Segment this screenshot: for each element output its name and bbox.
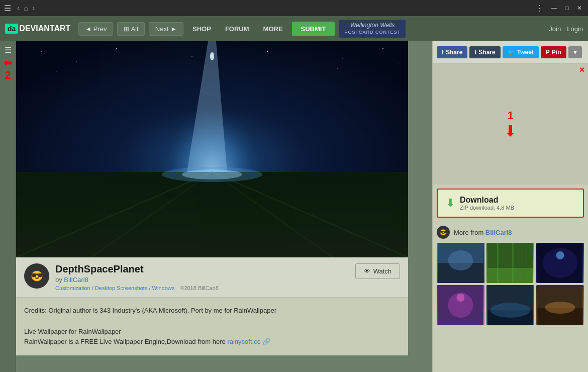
svg-point-4 [191,56,192,57]
shop-link[interactable]: SHOP [187,23,216,35]
svg-point-34 [457,294,465,302]
download-button[interactable]: ⬇ Download ZIP download, 4.8 MB [437,189,584,218]
ad-close-button[interactable]: ✕ [579,66,585,74]
artwork-details: DepthSpacePlanet by BillCarl8 Customizat… [55,263,219,291]
more-from-section: 😎 More from BillCarl8 [433,222,588,329]
twitter-icon: 🐦 [508,49,515,56]
right-panel: f Share t Share 🐦 Tweet P Pin ▼ ✕ 1 ⬇ [432,41,588,372]
annotation-1-arrow: ⬇ [504,122,517,140]
svg-point-37 [491,303,531,318]
social-share: f Share t Share 🐦 Tweet P Pin ▼ [433,41,588,64]
close-button[interactable]: ✕ [575,5,584,12]
forward-button[interactable]: › [32,4,35,13]
desc-line4: RainWallpaper is a FREE Live Wallpaper E… [24,337,400,347]
download-info: Download ZIP download, 4.8 MB [460,196,514,211]
annotation-1-label: 1 [507,109,513,122]
back-button[interactable]: ‹ [17,4,20,13]
svg-point-31 [556,251,564,259]
rainysoft-link[interactable]: rainysoft.cc [227,338,260,345]
svg-point-9 [337,68,338,69]
watch-icon: 👁 [364,267,370,275]
prev-button[interactable]: ◄ Prev [78,22,113,36]
download-icon: ⬇ [446,197,455,210]
external-icon: 🔗 [262,338,270,345]
svg-rect-25 [488,268,533,283]
artwork-image[interactable] [16,41,408,257]
download-sublabel: ZIP download, 4.8 MB [460,205,514,211]
svg-point-23 [448,250,473,270]
maximize-button[interactable]: □ [563,5,571,12]
svg-point-6 [342,58,343,59]
thumbnail-5[interactable] [486,285,534,325]
logo-da: da [5,24,18,34]
svg-point-7 [382,48,383,49]
author-link[interactable]: BillCarl8 [64,276,88,284]
svg-point-5 [267,51,268,52]
share-more-button[interactable]: ▼ [568,46,582,58]
thumbnail-2[interactable] [486,243,534,283]
nav-arrows: ‹ ⌂ › [17,4,35,13]
annotation-arrow-left: ⬅ [4,57,12,69]
content-area: ☰ ⬅ 2 [0,41,588,372]
svg-rect-14 [16,172,408,257]
thumbnail-grid [437,243,584,325]
thumbnail-4[interactable] [437,285,484,325]
next-button[interactable]: Next ► [149,22,183,36]
share-tumblr-button[interactable]: t Share [469,46,500,58]
share-facebook-button[interactable]: f Share [437,46,467,58]
desc-line3: Live Wallpaper for RainWallpaper [24,327,400,337]
logo-text: DEVIANTART [19,24,70,33]
svg-point-40 [545,302,575,314]
svg-point-1 [41,51,42,52]
svg-point-2 [76,61,77,62]
minimize-button[interactable]: — [549,5,559,12]
share-pinterest-button[interactable]: P Pin [541,46,566,58]
author-avatar[interactable]: 😎 [24,263,49,289]
svg-point-3 [116,48,117,49]
join-link[interactable]: Join [549,25,561,33]
login-link[interactable]: Login [567,25,583,33]
ad-annotation: 1 ⬇ [504,109,517,140]
titlebar-more-icon[interactable]: ⋮ [535,4,543,13]
title-bar-left: ☰ ‹ ⌂ › [4,4,35,13]
ad-area: ✕ 1 ⬇ [433,64,588,184]
fb-icon: f [442,49,444,56]
thumbnail-3[interactable] [536,243,584,283]
more-link[interactable]: MORE [258,23,288,35]
more-from-author-link[interactable]: BillCarl8 [485,229,512,236]
desc-line1: Credits: Original author is 343 Industry… [24,306,400,316]
submit-button[interactable]: SUBMIT [292,22,335,36]
svg-point-13 [210,52,214,60]
annotation-2: 2 [5,69,11,82]
contest-title: Wellington Wells [344,22,401,30]
auth-links: Join Login [549,25,583,33]
artwork-svg [16,41,408,257]
contest-badge[interactable]: Wellington Wells POSTCARD CONTEST [339,19,406,38]
sidebar-icon: ☰ [5,45,12,55]
more-from-text: More from BillCarl8 [454,229,512,236]
sidebar-toggle[interactable]: ☰ ⬅ 2 [0,41,16,372]
tumblr-icon: t [474,49,476,56]
contest-subtitle: POSTCARD CONTEST [344,30,401,36]
thumbnail-1[interactable] [437,243,484,283]
artwork-container: 😎 DepthSpacePlanet by BillCarl8 Customiz… [16,41,408,355]
watch-label: Watch [373,267,391,275]
title-bar: ☰ ‹ ⌂ › ⋮ — □ ✕ [0,0,588,16]
all-button[interactable]: ⊞ All [117,22,144,36]
menu-icon[interactable]: ☰ [4,4,11,13]
main-nav: da DEVIANTART ◄ Prev ⊞ All Next ► SHOP F… [0,16,588,41]
watch-button[interactable]: 👁 Watch [355,263,400,279]
svg-point-20 [182,169,242,179]
logo-area[interactable]: da DEVIANTART [5,24,70,34]
title-bar-right: ⋮ — □ ✕ [535,4,584,13]
download-label: Download [460,196,514,205]
category-link[interactable]: Customization / Desktop Screenshots / Wi… [55,285,174,291]
share-twitter-button[interactable]: 🐦 Tweet [503,46,539,58]
forum-link[interactable]: FORUM [220,23,254,35]
pinterest-icon: P [546,49,550,56]
thumbnail-6[interactable] [536,285,584,325]
image-section: 😎 DepthSpacePlanet by BillCarl8 Customiz… [16,41,432,372]
svg-point-8 [56,71,56,71]
home-button[interactable]: ⌂ [24,4,28,13]
more-from-avatar[interactable]: 😎 [437,226,450,239]
